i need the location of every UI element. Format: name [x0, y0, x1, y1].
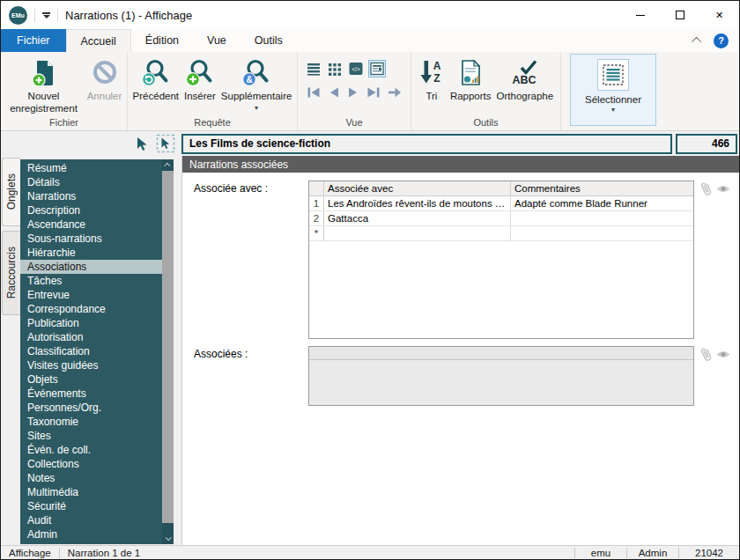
record-number: 466 [676, 134, 737, 154]
sidebar-item[interactable]: Tâches [20, 274, 162, 288]
titlebar-divider [34, 9, 35, 22]
sort-button[interactable]: A Z Tri [416, 56, 448, 105]
column-header-rownum [309, 181, 324, 195]
sidebar-item[interactable]: Audit [20, 513, 162, 527]
column-header-associee[interactable]: Associée avec [324, 181, 511, 195]
svg-text:ABC: ABC [512, 74, 536, 86]
sidebar-item[interactable]: Hiérarchie [20, 246, 162, 260]
sidebar-item[interactable]: Sous-narrations [20, 232, 162, 246]
cell-associee[interactable]: Gattacca [324, 211, 511, 225]
first-record-button[interactable] [305, 84, 322, 105]
sidebar-item-associations[interactable]: Associations [20, 260, 162, 274]
visibility-icon[interactable] [715, 349, 731, 360]
sidebar-item[interactable]: Objets [20, 372, 162, 387]
list-view-button[interactable] [305, 60, 322, 77]
insert-button[interactable]: Insérer [181, 56, 218, 105]
quick-access-dropdown-icon[interactable] [42, 12, 50, 18]
collapse-ribbon-icon[interactable] [692, 37, 701, 47]
tab-fichier[interactable]: Fichier [1, 29, 66, 52]
maximize-icon [676, 11, 684, 19]
grid-view-button[interactable] [326, 60, 344, 77]
tab-accueil[interactable]: Accueil [66, 29, 131, 52]
sidebar-item[interactable]: Publication [20, 316, 162, 330]
help-icon[interactable]: ? [714, 33, 729, 48]
sidebar-item[interactable]: Description [20, 203, 162, 217]
select-icon [602, 63, 625, 86]
cell-commentaires[interactable] [511, 211, 693, 225]
cell-associee[interactable] [324, 226, 511, 240]
sidebar-item[interactable]: Autorisation [20, 330, 162, 344]
sidebar-tab-raccourcis[interactable]: Raccourcis [2, 231, 20, 315]
maximize-button[interactable] [660, 1, 699, 29]
window-title: Narrations (1) - Affichage [65, 9, 192, 22]
cell-commentaires[interactable]: Adapté comme Blade Runner [511, 196, 693, 210]
reports-button[interactable]: Rapports [448, 56, 494, 105]
previous-record-icon [326, 84, 342, 101]
sidebar-item[interactable]: Entrevue [20, 288, 162, 302]
record-title: Les Films de science-fiction [181, 134, 672, 154]
ribbon-group-outils: A Z Tri Rapports [411, 52, 561, 130]
sidebar-item[interactable]: Résumé [20, 161, 162, 175]
sidebar-item[interactable]: Évén. de coll. [20, 443, 162, 457]
sidebar-item[interactable]: Notes [20, 471, 162, 485]
select-button[interactable]: Sélectionner ▾ [570, 54, 656, 126]
tab-edition[interactable]: Édition [131, 29, 193, 52]
sidebar-tab-onglets[interactable]: Onglets [2, 158, 20, 226]
sidebar-item[interactable]: Narrations [20, 189, 162, 203]
goto-record-button[interactable] [386, 84, 403, 105]
sidebar-item[interactable]: Multimédia [20, 485, 162, 499]
ribbon-group-requete: Précédent Insérer & Su [128, 52, 298, 130]
sidebar-item[interactable]: Classification [20, 344, 162, 358]
tab-vue[interactable]: Vue [193, 29, 240, 52]
close-button[interactable]: ✕ [699, 1, 739, 29]
search-previous-icon [141, 58, 171, 88]
sidebar-item[interactable]: Ascendance [20, 217, 162, 232]
sidebar-scrollbar[interactable] [162, 159, 174, 544]
cell-commentaires[interactable] [511, 226, 693, 240]
attachment-icon[interactable] [699, 346, 714, 363]
table-row[interactable]: 2 Gattacca [309, 211, 693, 226]
scroll-up-icon[interactable] [162, 159, 174, 171]
select-record-icon[interactable] [156, 134, 175, 153]
details-view-button[interactable] [368, 60, 386, 77]
code-view-button[interactable]: </> [347, 60, 365, 77]
group-label-requete: Requête [128, 117, 297, 128]
sidebar-item[interactable]: Collections [20, 457, 162, 471]
last-record-button[interactable] [365, 84, 382, 105]
associated-with-table[interactable]: Associée avec Commentaires 1 Les Androïd… [308, 181, 694, 339]
sidebar-item[interactable]: Correspondance [20, 302, 162, 316]
scrollbar-thumb[interactable] [162, 171, 174, 523]
previous-record-button[interactable] [326, 84, 342, 105]
cell-associee[interactable]: Les Androïdes rêvent-ils de moutons éle.… [324, 196, 511, 210]
record-strip: Les Films de science-fiction 466 [1, 131, 739, 156]
scroll-down-icon[interactable] [162, 533, 174, 544]
sidebar-item[interactable]: Événements [20, 387, 162, 401]
pointer-icon[interactable] [134, 136, 150, 152]
additional-query-button[interactable]: & Supplémentaire ▾ [218, 56, 295, 114]
sidebar-item[interactable]: Sécurité [20, 499, 162, 513]
table-new-row[interactable]: * [309, 226, 693, 241]
sidebar-item[interactable]: Admin [20, 527, 162, 542]
statusbar: Affichage Narration 1 de 1 emu Admin 210… [1, 545, 739, 559]
sidebar-item[interactable]: Sites [20, 429, 162, 443]
sidebar-item[interactable]: Taxonomie [20, 415, 162, 429]
tab-outils[interactable]: Outils [240, 29, 297, 52]
previous-query-button[interactable]: Précédent [130, 56, 181, 105]
attachment-icon[interactable] [699, 181, 714, 197]
status-mode: Affichage [1, 548, 59, 558]
spelling-button[interactable]: ABC Orthographe [494, 56, 557, 105]
readonly-box-header [309, 347, 693, 360]
table-empty-area [309, 241, 693, 338]
visibility-icon[interactable] [715, 183, 731, 195]
column-header-commentaires[interactable]: Commentaires [511, 181, 693, 195]
sidebar-item[interactable]: Personnes/Org. [20, 401, 162, 415]
minimize-button[interactable] [620, 1, 660, 29]
new-record-button[interactable]: Nouvel enregistrement [4, 56, 85, 116]
sidebar-item[interactable]: Détails [20, 175, 162, 189]
cancel-button[interactable]: Annuler [85, 56, 125, 105]
sidebar-item[interactable]: Visites guidées [20, 358, 162, 372]
table-row[interactable]: 1 Les Androïdes rêvent-ils de moutons él… [309, 196, 693, 211]
chevron-down-icon: ▾ [255, 105, 258, 112]
next-record-button[interactable] [345, 84, 361, 105]
ribbon-tab-row: Fichier Accueil Édition Vue Outils ? [1, 29, 739, 52]
